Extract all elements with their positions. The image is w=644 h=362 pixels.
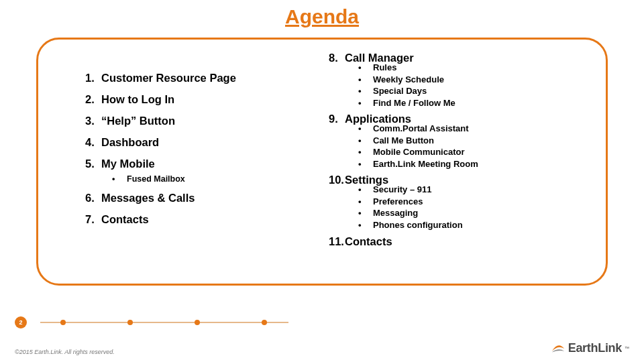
trademark-symbol: ™ bbox=[625, 346, 629, 351]
sub-item: Weekly Schedule bbox=[358, 74, 586, 86]
logo-text: EarthLink bbox=[568, 341, 622, 355]
agenda-item: 4.Dashboard bbox=[85, 136, 322, 149]
right-column: 8.Call Manager Rules Weekly Schedule Spe… bbox=[322, 52, 586, 277]
sub-item: Earth.Link Meeting Room bbox=[358, 158, 586, 170]
item-label: “Help” Button bbox=[101, 115, 175, 127]
item-label: My Mobile bbox=[101, 158, 155, 170]
sub-item: Phones configuration bbox=[358, 219, 586, 231]
sub-item: Preferences bbox=[358, 196, 586, 208]
sub-item: Rules bbox=[358, 62, 586, 74]
sub-list: Rules Weekly Schedule Special Days Find … bbox=[358, 62, 586, 109]
sub-item: Comm.Portal Assistant bbox=[358, 123, 586, 135]
item-number: 2. bbox=[85, 93, 101, 106]
item-number: 4. bbox=[85, 136, 101, 149]
slide-title: Agenda bbox=[0, 0, 644, 28]
slide: Agenda 1.Customer Resource Page 2.How to… bbox=[0, 0, 644, 362]
sub-list: Fused Mailbox bbox=[112, 174, 322, 185]
sub-item: Special Days bbox=[358, 85, 586, 97]
sub-list: Comm.Portal Assistant Call Me Button Mob… bbox=[358, 123, 586, 170]
item-label: Contacts bbox=[101, 213, 149, 226]
earthlink-logo: EarthLink ™ bbox=[551, 341, 629, 355]
item-label: Messages & Calls bbox=[101, 192, 195, 204]
item-number: 3. bbox=[85, 115, 101, 127]
item-number: 11. bbox=[329, 235, 345, 248]
copyright-text: ©2015 Earth.Link. All rights reserved. bbox=[15, 349, 115, 355]
item-number: 6. bbox=[85, 192, 101, 204]
sub-item: Call Me Button bbox=[358, 135, 586, 147]
sub-item: Fused Mailbox bbox=[112, 174, 322, 185]
agenda-item: 2.How to Log In bbox=[85, 93, 322, 106]
page-number-badge: 2 bbox=[15, 316, 27, 328]
timeline-dot bbox=[60, 320, 66, 325]
item-number: 8. bbox=[329, 52, 345, 64]
agenda-item: 7.Contacts bbox=[85, 213, 322, 226]
item-number: 10. bbox=[329, 174, 345, 186]
agenda-item: 6.Messages & Calls bbox=[85, 192, 322, 204]
item-number: 9. bbox=[329, 113, 345, 125]
sub-list: Security – 911 Preferences Messaging Pho… bbox=[358, 184, 586, 231]
timeline-dot bbox=[127, 320, 133, 325]
columns: 1.Customer Resource Page 2.How to Log In… bbox=[38, 40, 606, 284]
left-column: 1.Customer Resource Page 2.How to Log In… bbox=[58, 52, 322, 277]
item-number: 5. bbox=[85, 158, 101, 170]
timeline bbox=[40, 322, 288, 323]
item-label: Contacts bbox=[345, 235, 392, 248]
agenda-item: 5.My Mobile bbox=[85, 158, 322, 170]
sub-item: Security – 911 bbox=[358, 184, 586, 196]
timeline-dot bbox=[262, 320, 267, 325]
agenda-item: 11.Contacts bbox=[329, 235, 586, 248]
item-label: Customer Resource Page bbox=[101, 72, 236, 84]
earthlink-swoosh-icon bbox=[551, 343, 566, 354]
sub-item: Mobile Communicator bbox=[358, 146, 586, 158]
item-number: 1. bbox=[85, 72, 101, 84]
item-label: How to Log In bbox=[101, 93, 174, 106]
sub-item: Find Me / Follow Me bbox=[358, 97, 586, 109]
agenda-item: 1.Customer Resource Page bbox=[85, 72, 322, 84]
footer: 2 ©2015 Earth.Link. All rights reserved.… bbox=[0, 308, 644, 362]
item-label: Dashboard bbox=[101, 136, 159, 149]
agenda-item: 3.“Help” Button bbox=[85, 115, 322, 127]
sub-item: Messaging bbox=[358, 207, 586, 219]
timeline-dot bbox=[195, 320, 200, 325]
item-number: 7. bbox=[85, 213, 101, 226]
content-box: 1.Customer Resource Page 2.How to Log In… bbox=[36, 38, 608, 286]
